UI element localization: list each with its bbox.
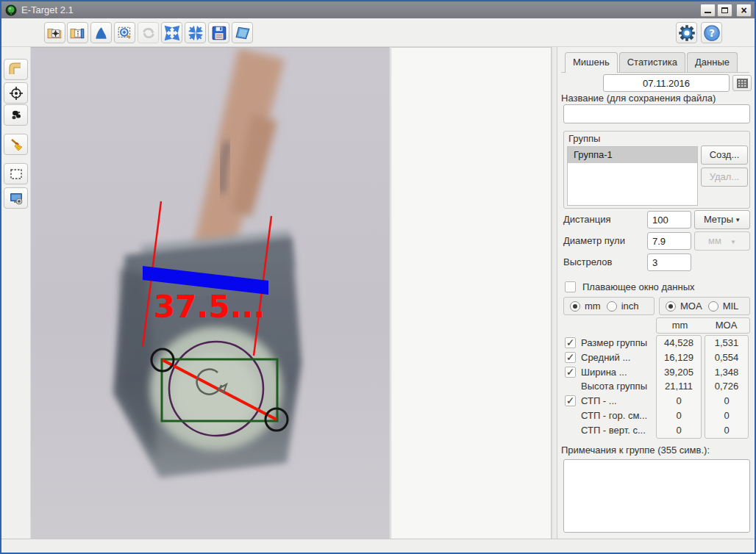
cell-value: 0 [657,394,701,409]
radio-inch-label: inch [621,301,639,312]
radio-mil[interactable] [708,301,718,312]
cell-value: 0 [657,423,701,438]
bullet-diameter-input[interactable] [647,232,691,250]
groups-list[interactable]: Группа-1 [567,146,698,206]
radio-dot [573,304,577,309]
radio-mm-label: mm [585,301,601,312]
corner-tool-button[interactable] [4,59,28,80]
distance-input[interactable] [647,211,691,229]
expand-arrows-icon [164,25,180,41]
name-label: Название (для сохранения файла) [561,93,716,104]
bottom-strip [1,539,755,553]
zoom-region-button[interactable] [114,22,135,43]
radio-inch[interactable] [607,301,617,312]
group-list-item[interactable]: Группа-1 [568,147,697,163]
groups-box: Группы Группа-1 Созд... Удал... [563,131,750,209]
notes-textarea[interactable] [563,459,750,533]
broom-icon [9,137,24,152]
cell-value: 0 [657,409,701,423]
tab-data[interactable]: Данные [687,52,738,72]
bullet-unit-label: мм [708,235,721,246]
corner-icon [9,62,24,77]
cell-value: 44,528 [657,336,701,350]
distance-unit-button[interactable]: Метры▼ [694,210,750,229]
display-button[interactable] [232,22,253,43]
footprint-button[interactable] [90,22,112,43]
help-button[interactable]: ? [701,22,722,43]
cell-value: 1,348 [705,365,748,380]
row-label: СТП - ... [581,394,617,409]
moa-values-column: 1,531 0,554 1,348 0,726 0 0 0 [705,335,749,439]
target-panel: Мишень Статистика Данные Название (для с… [557,47,753,539]
bullet-unit-combobox[interactable]: мм▼ [694,231,750,251]
shrink-arrows-icon [188,25,204,41]
maximize-button[interactable] [717,4,732,17]
floating-window-checkbox[interactable]: ✓ [565,281,576,292]
tab-statistics[interactable]: Статистика [619,52,685,72]
save-button[interactable] [208,22,229,43]
title-bar: E-Target 2.1 × [1,1,755,18]
radio-moa[interactable] [666,301,676,312]
table-row: ✓ СТП - гор. см... [557,409,655,423]
zoom-shrink-button[interactable] [185,22,206,43]
floating-window-label: Плавающее окно данных [582,281,694,292]
refresh-button[interactable] [138,22,159,43]
snapshot-icon [9,191,24,206]
cell-value: 0 [705,394,748,409]
dropdown-arrow-icon: ▼ [735,217,741,223]
refresh-icon [140,25,157,41]
canvas-empty-area [391,47,552,539]
window-title: E-Target 2.1 [21,4,74,15]
cell-value: 0,554 [705,350,748,365]
settings-button[interactable] [676,22,697,43]
close-button[interactable]: × [736,4,752,17]
groups-legend: Группы [568,133,600,144]
help-icon: ? [703,24,721,42]
tab-target[interactable]: Мишень [565,52,618,73]
table-header: mm MOA [656,317,750,334]
minimize-button[interactable] [700,4,716,17]
snapshot-tool-button[interactable] [4,187,28,209]
shots-input[interactable] [647,253,691,271]
name-input[interactable] [563,104,750,123]
row-checkbox[interactable]: ✓ [565,395,576,406]
save-floppy-icon [211,25,227,41]
radio-mil-label: MIL [723,301,739,312]
table-row: ✓ Высота группы [557,379,655,394]
target-photo-canvas[interactable]: 37.5... [31,47,390,539]
calendar-icon [737,79,748,88]
angle-unit-group: MOA MIL [659,297,750,315]
crosshair-tool-button[interactable] [4,82,28,104]
clean-tool-button[interactable] [4,134,28,155]
dropdown-arrow-icon: ▼ [730,239,736,245]
close-icon: × [737,4,751,16]
row-label: Ширина ... [581,365,627,380]
open-target-folder-icon [47,25,63,41]
column-header-moa: MOA [703,318,749,333]
mm-values-column: 44,528 16,129 39,205 21,111 0 0 0 [656,335,702,439]
radio-moa-label: MOA [680,301,702,312]
group-size-text: 37.5... [154,289,265,325]
open-calibration-folder-icon [70,25,86,41]
open-target-button[interactable] [44,22,65,43]
selection-tool-button[interactable] [4,163,28,184]
open-calibration-button[interactable] [67,22,88,43]
minimize-icon [705,12,711,13]
bullet-holes-tool-button[interactable] [4,104,28,126]
row-checkbox[interactable]: ✓ [565,367,576,378]
zoom-region-icon [117,25,133,41]
delete-group-button[interactable]: Удал... [701,168,748,187]
bullet-label: Диаметр пули [563,235,625,246]
date-input[interactable] [603,74,730,92]
create-group-button[interactable]: Созд... [701,145,748,165]
row-checkbox[interactable]: ✓ [565,352,576,363]
row-label: Высота группы [581,379,647,394]
table-row: ✓ СТП - верт. с... [557,423,655,438]
distance-label: Дистанция [563,214,611,225]
zoom-expand-button[interactable] [161,22,182,43]
panel-splitter[interactable] [552,47,557,539]
radio-mm[interactable] [570,301,580,312]
calendar-button[interactable] [732,75,752,91]
cell-value: 0 [705,423,748,438]
row-checkbox[interactable]: ✓ [565,337,576,348]
